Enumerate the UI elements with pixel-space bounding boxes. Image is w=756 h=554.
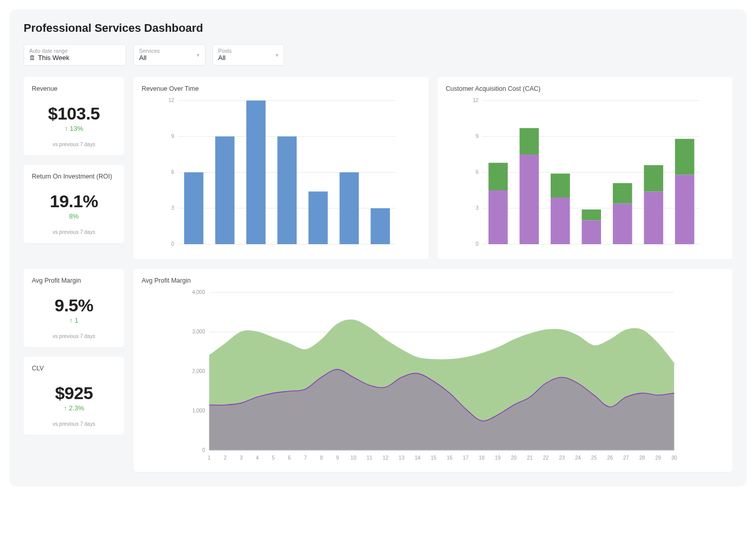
svg-text:8: 8 <box>320 455 323 461</box>
kpi-delta: ↑ 13% <box>32 125 116 132</box>
chevron-down-icon: ▾ <box>197 52 200 58</box>
svg-text:3: 3 <box>171 205 175 211</box>
kpi-delta: ↑ 2.3% <box>32 404 116 412</box>
svg-rect-36 <box>613 183 632 204</box>
filter-value: All <box>139 54 200 62</box>
kpi-title: CLV <box>32 365 116 372</box>
svg-text:6: 6 <box>475 169 478 175</box>
svg-text:22: 22 <box>543 455 549 461</box>
svg-text:10: 10 <box>351 455 357 461</box>
kpi-title: Revenue <box>32 85 116 92</box>
svg-rect-33 <box>581 220 601 244</box>
dashboard-grid: Revenue $103.5 ↑ 13% vs previous 7 days … <box>24 77 732 472</box>
chart-svg: 01,0002,0003,0004,0001234567891011121314… <box>142 289 724 464</box>
svg-text:16: 16 <box>447 455 453 461</box>
kpi-value: $103.5 <box>32 104 116 124</box>
svg-rect-37 <box>644 191 663 244</box>
svg-text:2,000: 2,000 <box>192 368 205 374</box>
svg-text:11: 11 <box>366 455 373 461</box>
filter-label: Services <box>139 48 200 54</box>
svg-text:12: 12 <box>168 97 175 103</box>
svg-text:1,000: 1,000 <box>192 408 205 413</box>
filter-label: Posts <box>218 48 279 54</box>
svg-text:12: 12 <box>383 455 389 461</box>
chart-revenue-over-time: Revenue Over Time 036912 <box>133 77 429 260</box>
svg-rect-31 <box>550 197 570 244</box>
filter-value: 🗓 This Week <box>29 54 121 62</box>
filter-posts[interactable]: Posts All ▾ <box>212 44 284 66</box>
svg-text:5: 5 <box>272 455 275 461</box>
kpi-value: 19.1% <box>32 191 116 211</box>
svg-text:12: 12 <box>473 97 479 103</box>
kpi-value: $925 <box>32 383 116 403</box>
chart-title: Revenue Over Time <box>142 85 420 92</box>
kpi-delta: 8% <box>32 212 116 220</box>
filter-date-range[interactable]: Auto date range 🗓 This Week <box>24 44 126 66</box>
kpi-subtext: vs previous 7 days <box>32 333 116 339</box>
chart-cac: Customer Acquisition Cost (CAC) 036912 <box>438 77 733 260</box>
svg-text:15: 15 <box>431 455 437 461</box>
svg-rect-30 <box>519 128 539 154</box>
svg-text:29: 29 <box>655 455 662 461</box>
kpi-subtext: vs previous 7 days <box>32 142 116 147</box>
svg-text:20: 20 <box>511 455 517 461</box>
svg-text:23: 23 <box>559 455 565 461</box>
svg-text:9: 9 <box>171 133 175 139</box>
chart-margin-area: Avg Profit Margin 01,0002,0003,0004,0001… <box>133 269 732 472</box>
chart-title: Customer Acquisition Cost (CAC) <box>446 85 725 92</box>
kpi-clv: CLV $925 ↑ 2.3% vs previous 7 days <box>24 357 124 435</box>
kpi-col-bottom: Avg Profit Margin 9.5% ↑ 1 vs previous 7… <box>24 269 124 472</box>
svg-rect-39 <box>675 175 694 244</box>
svg-rect-27 <box>488 190 508 244</box>
kpi-roi: Return On Investment (ROI) 19.1% 8% vs p… <box>24 165 124 243</box>
svg-text:14: 14 <box>415 455 421 461</box>
svg-rect-32 <box>550 173 570 197</box>
svg-text:24: 24 <box>575 455 581 461</box>
kpi-delta: ↑ 1 <box>32 316 116 324</box>
svg-rect-38 <box>644 165 663 191</box>
svg-rect-34 <box>581 209 601 220</box>
svg-rect-40 <box>675 139 694 175</box>
svg-text:2: 2 <box>224 455 227 461</box>
svg-text:3: 3 <box>240 455 243 461</box>
svg-text:18: 18 <box>479 455 485 461</box>
filter-value: All <box>218 54 279 62</box>
filters-row: Auto date range 🗓 This Week Services All… <box>24 44 732 66</box>
calendar-icon: 🗓 <box>29 54 35 62</box>
filter-value-text: This Week <box>38 54 69 62</box>
svg-text:4: 4 <box>256 455 259 461</box>
svg-text:7: 7 <box>304 455 307 461</box>
svg-text:0: 0 <box>171 241 175 247</box>
svg-text:6: 6 <box>288 455 291 461</box>
svg-text:21: 21 <box>527 455 533 461</box>
svg-rect-10 <box>184 172 204 244</box>
svg-text:9: 9 <box>336 455 339 461</box>
svg-text:3,000: 3,000 <box>192 329 205 334</box>
svg-text:0: 0 <box>202 447 205 453</box>
svg-text:13: 13 <box>399 455 405 461</box>
svg-text:6: 6 <box>171 169 175 175</box>
svg-rect-15 <box>340 172 359 244</box>
svg-rect-11 <box>215 136 235 244</box>
dashboard-container: Professional Services Dashboard Auto dat… <box>9 9 747 486</box>
chevron-down-icon: ▾ <box>276 52 279 58</box>
svg-rect-12 <box>246 101 266 244</box>
svg-text:0: 0 <box>475 241 478 247</box>
page-title: Professional Services Dashboard <box>24 22 732 35</box>
svg-rect-35 <box>613 204 632 244</box>
svg-rect-14 <box>308 191 328 244</box>
svg-rect-28 <box>488 163 508 190</box>
svg-text:9: 9 <box>475 133 478 139</box>
svg-text:25: 25 <box>591 455 597 461</box>
svg-text:17: 17 <box>463 455 469 461</box>
chart-svg: 036912 <box>142 97 420 251</box>
chart-svg: 036912 <box>446 97 725 251</box>
svg-text:30: 30 <box>671 455 677 461</box>
kpi-margin: Avg Profit Margin 9.5% ↑ 1 vs previous 7… <box>24 269 124 347</box>
filter-services[interactable]: Services All ▾ <box>133 44 205 66</box>
kpi-subtext: vs previous 7 days <box>32 229 116 235</box>
svg-text:28: 28 <box>639 455 645 461</box>
svg-text:3: 3 <box>475 205 478 211</box>
svg-rect-29 <box>519 154 539 244</box>
svg-text:26: 26 <box>607 455 613 461</box>
